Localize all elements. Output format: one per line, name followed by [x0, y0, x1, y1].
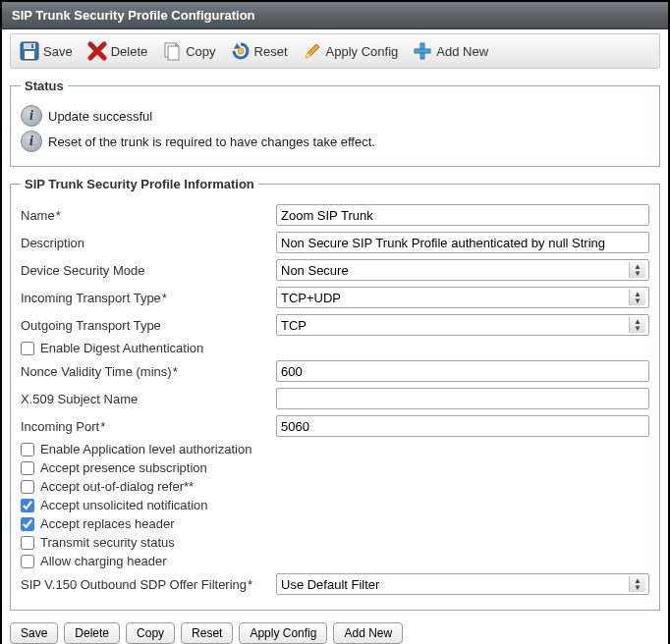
toolbar-label: Delete — [111, 44, 148, 59]
enable-digest-label: Enable Digest Authentication — [40, 341, 203, 355]
profile-info-fieldset: SIP Trunk Security Profile Information N… — [10, 177, 660, 611]
description-label: Description — [21, 236, 276, 250]
status-text: Update successful — [48, 109, 152, 124]
copy-button[interactable]: Copy — [159, 38, 223, 64]
status-text: Reset of the trunk is required to have c… — [48, 134, 375, 149]
incoming-transport-label: Incoming Transport Type — [21, 291, 276, 305]
accept-presence-checkbox[interactable] — [21, 461, 34, 475]
svg-rect-2 — [25, 51, 34, 59]
x509-label: X.509 Subject Name — [21, 392, 276, 406]
svg-rect-1 — [24, 43, 35, 49]
save-button-bottom[interactable]: Save — [10, 622, 58, 644]
incoming-port-label: Incoming Port — [21, 419, 276, 434]
outgoing-transport-label: Outgoing Transport Type — [21, 318, 276, 333]
name-input[interactable] — [276, 204, 649, 226]
sdp-filtering-label: SIP V.150 Outbound SDP Offer Filtering — [21, 577, 276, 592]
nonce-validity-label: Nonce Validity Time (mins) — [21, 364, 276, 379]
svg-rect-5 — [168, 46, 179, 60]
accept-replaces-checkbox[interactable] — [21, 517, 34, 531]
device-security-mode-label: Device Security Mode — [21, 263, 276, 278]
x-icon — [86, 40, 108, 62]
info-icon: i — [21, 131, 42, 152]
toolbar-label: Copy — [186, 44, 215, 59]
save-button[interactable]: Save — [17, 38, 81, 64]
svg-rect-3 — [31, 44, 33, 48]
nonce-validity-input[interactable] — [276, 360, 649, 382]
outgoing-transport-select[interactable]: TCP — [276, 314, 649, 336]
name-label: Name — [21, 208, 276, 223]
status-fieldset: Status i Update successful i Reset of th… — [10, 79, 660, 167]
toolbar: Save Delete Copy Reset Apply Config — [10, 33, 660, 69]
add-new-button-bottom[interactable]: Add New — [333, 622, 403, 644]
bottom-button-bar: Save Delete Copy Reset Apply Config Add … — [10, 622, 660, 644]
description-input[interactable] — [276, 232, 649, 253]
incoming-transport-select[interactable]: TCP+UDP — [276, 287, 649, 308]
copy-icon — [161, 40, 183, 62]
accept-unsolicited-checkbox[interactable] — [21, 499, 34, 512]
profile-info-legend: SIP Trunk Security Profile Information — [21, 177, 258, 191]
enable-app-auth-checkbox[interactable] — [21, 443, 34, 456]
allow-charging-checkbox[interactable] — [21, 555, 34, 568]
allow-charging-label: Allow charging header — [40, 554, 167, 568]
reset-button[interactable]: Reset — [228, 38, 296, 64]
add-new-button[interactable]: Add New — [410, 38, 496, 64]
delete-button-bottom[interactable]: Delete — [64, 622, 120, 644]
pencil-icon — [302, 40, 323, 62]
svg-point-6 — [238, 48, 244, 54]
transmit-security-checkbox[interactable] — [21, 536, 34, 550]
status-reset-line: i Reset of the trunk is required to have… — [21, 131, 649, 152]
toolbar-label: Reset — [254, 44, 288, 59]
toolbar-label: Apply Config — [326, 44, 399, 59]
device-security-mode-select[interactable]: Non Secure — [276, 259, 649, 281]
toolbar-label: Save — [43, 44, 73, 59]
apply-config-button-bottom[interactable]: Apply Config — [239, 622, 327, 644]
accept-out-of-dialog-checkbox[interactable] — [21, 480, 34, 494]
toolbar-label: Add New — [436, 44, 488, 59]
accept-presence-label: Accept presence subscription — [40, 460, 207, 475]
floppy-disk-icon — [19, 40, 40, 62]
incoming-port-input[interactable] — [276, 415, 649, 437]
status-update-line: i Update successful — [21, 105, 649, 127]
accept-unsolicited-label: Accept unsolicited notification — [40, 498, 208, 512]
accept-out-of-dialog-label: Accept out-of-dialog refer** — [40, 479, 194, 494]
transmit-security-label: Transmit security status — [40, 535, 175, 550]
plus-icon — [412, 40, 433, 62]
enable-digest-checkbox[interactable] — [21, 342, 34, 355]
copy-button-bottom[interactable]: Copy — [126, 622, 175, 644]
accept-replaces-label: Accept replaces header — [40, 516, 175, 531]
status-legend: Status — [21, 79, 68, 93]
x509-input[interactable] — [276, 388, 649, 409]
sdp-filtering-select[interactable]: Use Default Filter — [276, 573, 649, 595]
enable-app-auth-label: Enable Application level authorization — [40, 442, 251, 456]
reset-button-bottom[interactable]: Reset — [181, 622, 233, 644]
delete-button[interactable]: Delete — [84, 38, 156, 64]
page-title: SIP Trunk Security Profile Configuration — [2, 2, 668, 29]
reset-icon — [230, 40, 251, 62]
apply-config-button[interactable]: Apply Config — [300, 38, 407, 64]
info-icon: i — [21, 105, 42, 127]
svg-rect-8 — [415, 49, 430, 53]
